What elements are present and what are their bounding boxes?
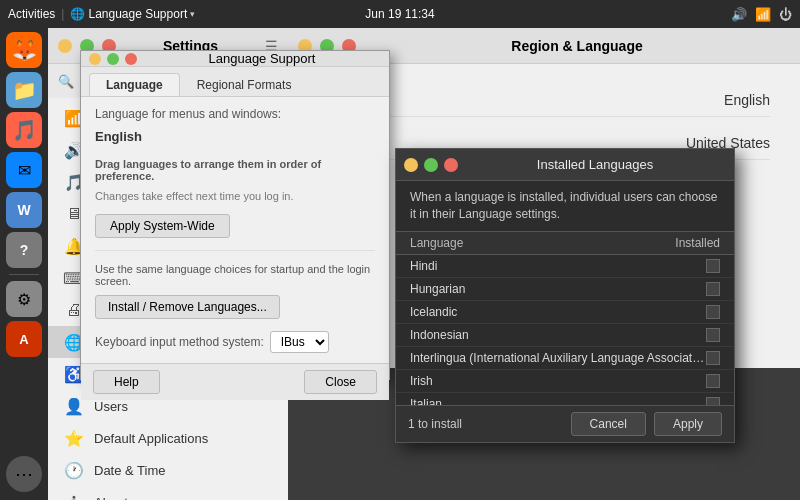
lang-list-item[interactable]: Interlingua (International Auxiliary Lan… (396, 347, 734, 370)
drag-label: Drag languages to arrange them in order … (95, 158, 375, 182)
lang-name: Hindi (410, 259, 706, 273)
lang-support-close-btn[interactable] (125, 53, 137, 65)
lang-support-minimize-btn[interactable] (89, 53, 101, 65)
lang-support-titlebar: Language Support (81, 51, 389, 67)
lang-list-item[interactable]: Hungarian (396, 278, 734, 301)
same-lang-label: Use the same language choices for startu… (95, 263, 375, 287)
nav-item-about[interactable]: ℹ About (48, 486, 288, 500)
topbar-separator: | (61, 7, 64, 21)
topbar-left: Activities | 🌐 Language Support ▾ (8, 7, 195, 21)
lang-name: Hungarian (410, 282, 706, 296)
installed-lang-dialog: Installed Languages When a language is i… (395, 148, 735, 443)
topbar-right: 🔊 📶 ⏻ (731, 7, 792, 22)
lang-checkbox[interactable] (706, 259, 720, 273)
menu-lang-label: Language for menus and windows: (95, 107, 375, 121)
col-language: Language (410, 236, 463, 250)
installed-close-btn[interactable] (444, 158, 458, 172)
activities-label[interactable]: Activities (8, 7, 55, 21)
dock-apps-grid[interactable]: ⋯ (6, 456, 42, 492)
keyboard-row: Keyboard input method system: IBus (95, 331, 375, 353)
lang-name: Irish (410, 374, 706, 388)
cancel-btn[interactable]: Cancel (571, 412, 646, 436)
region-language-value: English (724, 92, 770, 108)
dock-music[interactable]: 🎵 (6, 112, 42, 148)
menu-lang-value: English (95, 129, 375, 144)
dock: 🦊 📁 🎵 ✉ W ? ⚙ A ⋯ (0, 28, 48, 500)
install-remove-btn[interactable]: Install / Remove Languages... (95, 295, 280, 319)
help-btn[interactable]: Help (93, 370, 160, 394)
drag-sub: Changes take effect next time you log in… (95, 190, 375, 202)
lang-list-item[interactable]: Italian (396, 393, 734, 405)
lang-list-item[interactable]: Icelandic (396, 301, 734, 324)
lang-list-item[interactable]: Irish (396, 370, 734, 393)
dock-help[interactable]: ? (6, 232, 42, 268)
separator (95, 250, 375, 251)
nav-label-about: About (94, 495, 128, 501)
topbar: Activities | 🌐 Language Support ▾ Jun 19… (0, 0, 800, 28)
chevron-down-icon: ▾ (190, 9, 195, 19)
lang-name: Italian (410, 397, 706, 405)
network-icon[interactable]: 📶 (755, 7, 771, 22)
installed-lang-title: Installed Languages (464, 157, 726, 172)
installed-lang-header: Language Installed (396, 232, 734, 255)
keyboard-method-select[interactable]: IBus (270, 331, 329, 353)
lang-support-content: Language for menus and windows: English … (81, 97, 389, 363)
lang-support-dialog: Language Support Language Regional Forma… (80, 50, 390, 380)
settings-minimize-btn[interactable] (58, 39, 72, 53)
dock-firefox[interactable]: 🦊 (6, 32, 42, 68)
about-icon: ℹ (64, 492, 84, 500)
lang-name: Indonesian (410, 328, 706, 342)
lang-name: Interlingua (International Auxiliary Lan… (410, 351, 706, 365)
installed-maximize-btn[interactable] (424, 158, 438, 172)
volume-icon[interactable]: 🔊 (731, 7, 747, 22)
dock-writer[interactable]: W (6, 192, 42, 228)
nav-label-datetime: Date & Time (94, 463, 166, 478)
nav-item-default-apps[interactable]: ⭐ Default Applications (48, 422, 288, 454)
datetime-icon: 🕐 (64, 460, 84, 480)
keyboard-label: Keyboard input method system: (95, 335, 264, 349)
lang-checkbox[interactable] (706, 282, 720, 296)
language-support-menu[interactable]: 🌐 Language Support ▾ (70, 7, 195, 21)
lang-checkbox[interactable] (706, 305, 720, 319)
tab-language[interactable]: Language (89, 73, 180, 96)
apply-btn[interactable]: Apply (654, 412, 722, 436)
lang-checkbox[interactable] (706, 374, 720, 388)
globe-icon: 🌐 (70, 7, 85, 21)
install-count: 1 to install (408, 417, 462, 431)
topbar-datetime: Jun 19 11:34 (365, 7, 434, 21)
lang-checkbox[interactable] (706, 351, 720, 365)
power-icon[interactable]: ⏻ (779, 7, 792, 22)
dock-lang[interactable]: A (6, 321, 42, 357)
dock-thunderbird[interactable]: ✉ (6, 152, 42, 188)
apply-system-wide-btn[interactable]: Apply System-Wide (95, 214, 230, 238)
installed-minimize-btn[interactable] (404, 158, 418, 172)
col-installed: Installed (675, 236, 720, 250)
lang-support-title: Language Support (143, 51, 381, 66)
close-btn[interactable]: Close (304, 370, 377, 394)
lang-support-footer: Help Close (81, 363, 389, 400)
lang-list-item[interactable]: Hindi (396, 255, 734, 278)
lang-support-tabs: Language Regional Formats (81, 67, 389, 97)
dock-settings[interactable]: ⚙ (6, 281, 42, 317)
installed-lang-desc: When a language is installed, individual… (396, 181, 734, 232)
tab-regional-formats[interactable]: Regional Formats (180, 73, 309, 96)
default-apps-icon: ⭐ (64, 428, 84, 448)
lang-checkbox[interactable] (706, 397, 720, 405)
apply-system-row: Apply System-Wide (95, 214, 375, 238)
install-remove-row: Install / Remove Languages... (95, 295, 375, 319)
region-title: Region & Language (364, 38, 790, 54)
lang-checkbox[interactable] (706, 328, 720, 342)
installed-lang-footer: 1 to install Cancel Apply (396, 405, 734, 442)
installed-lang-list: HindiHungarianIcelandicIndonesianInterli… (396, 255, 734, 405)
search-icon: 🔍 (58, 74, 74, 89)
installed-lang-titlebar: Installed Languages (396, 149, 734, 181)
dock-divider (9, 274, 39, 275)
nav-label-default-apps: Default Applications (94, 431, 208, 446)
nav-label-users: Users (94, 399, 128, 414)
lang-list-item[interactable]: Indonesian (396, 324, 734, 347)
lang-name: Icelandic (410, 305, 706, 319)
dock-files[interactable]: 📁 (6, 72, 42, 108)
language-support-label: Language Support (88, 7, 187, 21)
nav-item-datetime[interactable]: 🕐 Date & Time (48, 454, 288, 486)
lang-support-maximize-btn[interactable] (107, 53, 119, 65)
